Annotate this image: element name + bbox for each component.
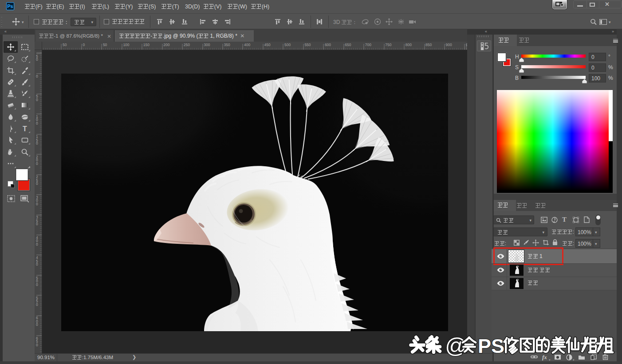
svg-text:T: T — [23, 125, 27, 133]
svg-text:PS: PS — [478, 335, 504, 357]
